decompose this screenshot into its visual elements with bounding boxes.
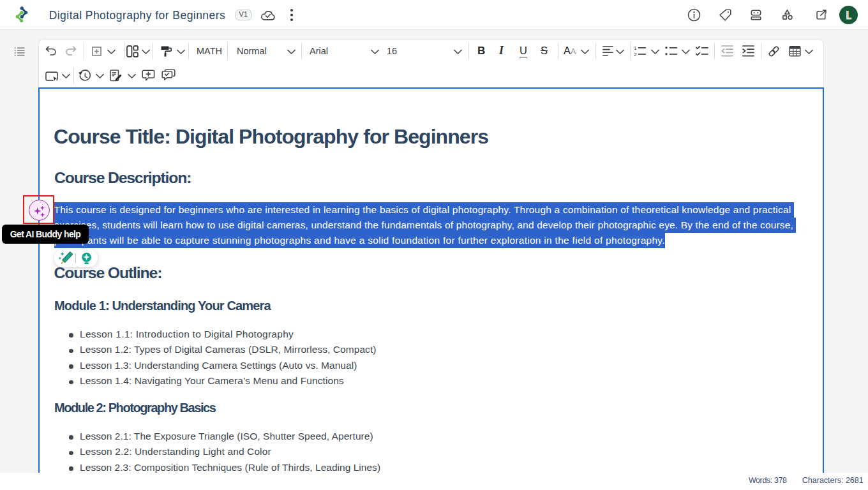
svg-text:1: 1 <box>634 45 637 51</box>
svg-text:2: 2 <box>634 52 637 57</box>
